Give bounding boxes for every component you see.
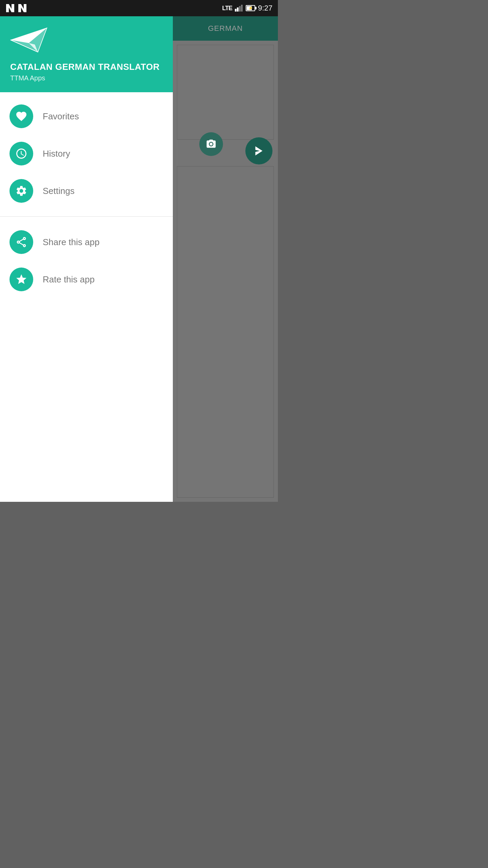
signal-icon	[235, 5, 243, 12]
share-icon-circle	[9, 230, 33, 254]
share-label: Share this app	[43, 237, 100, 248]
menu-divider	[0, 216, 173, 217]
svg-marker-8	[256, 146, 263, 156]
heart-icon	[15, 110, 27, 122]
secondary-menu-section: Share this app Rate this app	[0, 218, 173, 303]
app-content	[173, 41, 278, 502]
clock-icon	[15, 147, 27, 160]
main-container: CATALAN GERMAN TRANSLATOR TTMA Apps Favo…	[0, 16, 278, 502]
language-label: GERMAN	[208, 24, 243, 33]
favorites-label: Favorites	[43, 111, 79, 122]
app-subtitle: TTMA Apps	[10, 74, 163, 82]
svg-rect-1	[237, 7, 239, 12]
svg-rect-2	[239, 6, 241, 12]
status-bar: LTE ⚡ 9:27	[0, 0, 278, 16]
primary-menu-section: Favorites History	[0, 92, 173, 215]
settings-label: Settings	[43, 186, 75, 196]
history-label: History	[43, 149, 70, 159]
paper-plane-icon	[10, 26, 47, 54]
battery-icon: ⚡	[246, 5, 255, 11]
status-bar-right: LTE ⚡ 9:27	[222, 4, 273, 13]
menu-list: Favorites History	[0, 92, 173, 502]
camera-button[interactable]	[199, 132, 223, 156]
drawer-header: CATALAN GERMAN TRANSLATOR TTMA Apps	[0, 16, 173, 92]
settings-icon-circle	[9, 179, 33, 203]
charging-icon: ⚡	[248, 6, 253, 11]
star-icon	[15, 273, 27, 285]
status-bar-left	[5, 3, 27, 13]
camera-icon	[206, 139, 217, 150]
app-logo	[10, 26, 163, 55]
gear-icon	[15, 185, 27, 197]
sidebar-item-history[interactable]: History	[0, 135, 173, 172]
sidebar-item-settings[interactable]: Settings	[0, 172, 173, 210]
history-icon-circle	[9, 142, 33, 165]
time-display: 9:27	[258, 4, 272, 13]
translate-button[interactable]	[245, 137, 272, 164]
rate-label: Rate this app	[43, 274, 95, 285]
lte-badge: LTE	[222, 5, 232, 12]
n-logo-2-icon	[18, 3, 27, 13]
sidebar-item-rate[interactable]: Rate this app	[0, 261, 173, 298]
sidebar-item-share[interactable]: Share this app	[0, 223, 173, 261]
app-title: CATALAN GERMAN TRANSLATOR	[10, 62, 163, 72]
translation-output-box	[177, 166, 274, 498]
n-logo-1-icon	[5, 3, 15, 13]
app-panel: GERMAN	[173, 16, 278, 502]
svg-rect-3	[241, 5, 243, 12]
app-toolbar: GERMAN	[173, 16, 278, 41]
send-icon	[253, 145, 265, 157]
translation-input-box	[177, 45, 274, 140]
navigation-drawer: CATALAN GERMAN TRANSLATOR TTMA Apps Favo…	[0, 16, 173, 502]
share-icon	[15, 236, 27, 248]
sidebar-item-favorites[interactable]: Favorites	[0, 98, 173, 135]
svg-rect-0	[235, 9, 237, 12]
rate-icon-circle	[9, 268, 33, 291]
favorites-icon-circle	[9, 104, 33, 128]
